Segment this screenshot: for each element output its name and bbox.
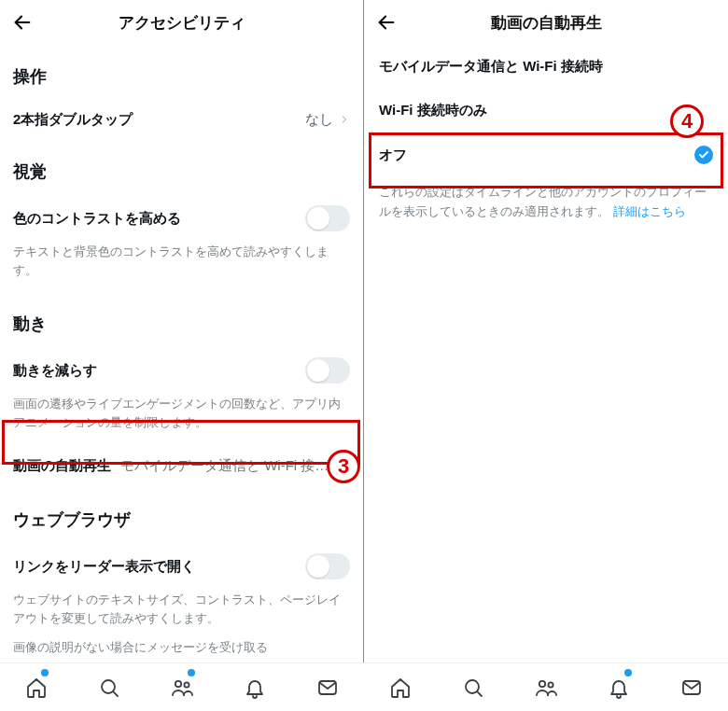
search-icon [98, 676, 120, 699]
accessibility-screen: アクセシビリティ 操作 2本指ダブルタップ なし 視覚 色のコントラストを高める… [0, 0, 364, 667]
home-icon [389, 676, 412, 699]
row-value: モバイルデータ通信と Wi-Fi 接… [120, 457, 329, 475]
bell-icon [244, 676, 266, 699]
nav-search-2[interactable] [437, 663, 510, 711]
helper-text: これらの設定はタイムラインと他のアカウントのプロフィールを表示しているときのみ適… [364, 177, 728, 222]
back-button[interactable] [368, 4, 405, 41]
reduce-motion-toggle[interactable] [305, 357, 350, 383]
helper-text: ウェブサイトのテキストサイズ、コントラスト、ページレイアウトを変更して読みやすく… [0, 591, 363, 640]
envelope-icon [316, 676, 339, 699]
chevron-right-icon [339, 113, 350, 126]
svg-point-9 [539, 680, 545, 686]
people-icon [534, 676, 558, 699]
notification-dot [41, 669, 49, 676]
back-button[interactable] [4, 4, 41, 41]
notification-dot [188, 669, 195, 676]
people-icon [170, 676, 194, 699]
option-off[interactable]: オフ [364, 132, 728, 177]
arrow-left-icon [376, 12, 397, 33]
bell-icon [608, 676, 630, 699]
media-helper: 画像の説明がない場合にメッセージを受け取る [13, 639, 351, 662]
row-label: 動画の自動再生 [13, 457, 111, 475]
row-two-finger-tap[interactable]: 2本指ダブルタップ なし [0, 99, 363, 140]
svg-point-10 [548, 682, 553, 687]
row-label: 色のコントラストを高める [13, 210, 181, 228]
nav-home[interactable] [0, 663, 73, 711]
option-label: モバイルデータ通信と Wi-Fi 接続時 [379, 58, 603, 76]
page-title: 動画の自動再生 [364, 12, 728, 34]
section-browser: ウェブブラウザ [0, 488, 363, 542]
search-icon [462, 676, 484, 699]
svg-line-8 [477, 691, 482, 696]
row-reader: リンクをリーダー表示で開く [0, 542, 363, 591]
section-operation: 操作 [0, 45, 363, 99]
check-icon [694, 146, 713, 164]
notification-dot [624, 669, 632, 676]
svg-point-4 [175, 680, 181, 686]
helper-text: テキストと背景色のコントラストを高めて読みやすくします。 [0, 243, 363, 292]
header: アクセシビリティ [0, 0, 363, 45]
row-label: リンクをリーダー表示で開く [13, 558, 195, 576]
home-icon [25, 676, 48, 699]
row-contrast: 色のコントラストを高める [0, 194, 363, 243]
option-mobile-wifi[interactable]: モバイルデータ通信と Wi-Fi 接続時 [364, 45, 728, 89]
row-autoplay[interactable]: 動画の自動再生 モバイルデータ通信と Wi-Fi 接… [0, 444, 363, 488]
option-label: オフ [379, 146, 407, 164]
nav-communities-2[interactable] [510, 663, 582, 711]
section-visual: 視覚 [0, 140, 363, 194]
helper-text: 画面の遷移やライブエンゲージメントの回数など、アプリ内アニメーションの量を制限し… [0, 395, 363, 444]
nav-messages-2[interactable] [655, 663, 728, 711]
nav-search[interactable] [73, 663, 146, 711]
row-label: 動きを減らす [13, 362, 97, 380]
bottom-nav [0, 662, 728, 711]
arrow-left-icon [12, 12, 33, 33]
envelope-icon [680, 676, 703, 699]
row-reduce-motion: 動きを減らす [0, 346, 363, 395]
section-motion: 動き [0, 292, 363, 346]
row-value: なし [305, 111, 333, 129]
nav-communities[interactable] [146, 663, 218, 711]
row-label: 2本指ダブルタップ [13, 111, 133, 129]
contrast-toggle[interactable] [305, 205, 350, 231]
nav-home-2[interactable] [364, 663, 437, 711]
svg-line-3 [113, 691, 118, 696]
details-link[interactable]: 詳細はこちら [613, 204, 686, 218]
reader-toggle[interactable] [305, 553, 350, 579]
option-label: Wi-Fi 接続時のみ [379, 102, 487, 119]
svg-point-5 [184, 682, 189, 687]
nav-notifications-2[interactable] [582, 663, 655, 711]
autoplay-screen: 動画の自動再生 モバイルデータ通信と Wi-Fi 接続時 Wi-Fi 接続時のみ… [364, 0, 728, 667]
option-wifi-only[interactable]: Wi-Fi 接続時のみ [364, 89, 728, 132]
header: 動画の自動再生 [364, 0, 728, 45]
page-title: アクセシビリティ [0, 12, 363, 34]
nav-notifications[interactable] [218, 663, 291, 711]
nav-messages[interactable] [291, 663, 364, 711]
